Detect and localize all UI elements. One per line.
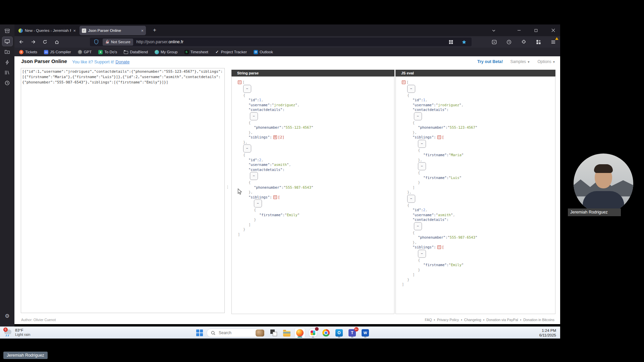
collapse-toggle-icon[interactable]: − [418, 162, 426, 170]
collapse-toggle-icon[interactable]: − [238, 80, 241, 84]
taskbar-explorer-icon[interactable] [281, 328, 292, 338]
bookmark-my-group[interactable]: My Group [155, 50, 178, 54]
collapse-toggle-icon[interactable]: − [407, 85, 415, 93]
collapse-toggle-icon[interactable]: − [250, 112, 258, 120]
security-chip[interactable]: Not Secure [103, 39, 133, 46]
collapse-toggle-icon[interactable]: − [414, 222, 422, 230]
close-icon[interactable]: × [73, 28, 76, 33]
reload-icon[interactable] [41, 38, 49, 46]
bookmark-tickets[interactable]: Tickets [19, 50, 37, 54]
footer-link-donation-via-paypal[interactable]: Donation via PayPal [486, 318, 518, 322]
bookmark-js-compiler[interactable]: JS Compiler [44, 50, 71, 54]
presenter-nametag: Jeremiah Rodriguez [3, 352, 48, 359]
close-icon[interactable] [549, 27, 557, 34]
taskbar-firefox-icon[interactable] [294, 328, 305, 338]
quick-actions-icon[interactable] [2, 58, 12, 67]
json-token: }, [407, 190, 412, 194]
collapse-toggle-icon[interactable]: − [250, 172, 258, 180]
bookmark-outlook[interactable]: Outlook [254, 50, 273, 54]
taskbar-slack-icon[interactable] [308, 328, 318, 338]
footer-link-changelog[interactable]: Changelog [464, 318, 481, 322]
extensions-icon[interactable] [520, 38, 527, 46]
search-highlight-image[interactable] [256, 329, 264, 337]
taskbar-chrome-icon[interactable] [321, 328, 331, 338]
projecttracker-favicon-icon [215, 50, 219, 54]
footer-link-privacy-policy[interactable]: Privacy Policy [437, 318, 459, 322]
taskbar-taskview-icon[interactable] [268, 328, 279, 338]
collapse-toggle-icon[interactable]: − [273, 195, 277, 199]
home-icon[interactable] [53, 38, 60, 46]
maximize-icon[interactable] [532, 27, 540, 34]
bookmark-datablend[interactable]: DataBlend [124, 50, 148, 54]
json-tree-line: "siblings":+[2] [232, 135, 394, 140]
shield-icon[interactable] [93, 38, 100, 46]
close-icon[interactable]: × [141, 28, 144, 33]
bookmark-to-do-s[interactable]: To Do's [98, 50, 117, 54]
archive-icon[interactable] [2, 26, 12, 36]
nav-buttons [18, 36, 60, 48]
collapse-toggle-icon[interactable]: − [254, 199, 262, 207]
string-parse-header: String parse [231, 70, 394, 76]
json-tree-line: } [396, 277, 555, 282]
json-tree-line: "firstname":"Emily" [232, 213, 394, 218]
footer-link-faq[interactable]: FAQ [425, 318, 432, 322]
pocket-icon[interactable] [490, 38, 498, 46]
search-input[interactable] [218, 330, 253, 336]
new-tab-button[interactable]: + [151, 26, 159, 34]
try-beta-link[interactable]: Try out Beta! [477, 59, 503, 64]
options-dropdown[interactable]: Options ▼ [537, 59, 555, 64]
taskbar-outlook-icon[interactable] [334, 328, 344, 338]
history-icon[interactable] [505, 38, 513, 46]
splitter-handle[interactable]: ⋮ [226, 185, 229, 189]
bookmark-label: DataBlend [130, 50, 148, 54]
start-button[interactable] [196, 329, 203, 336]
taskbar-clock[interactable]: 1:24 PM 6/11/2025 [539, 328, 556, 338]
history-icon[interactable] [2, 78, 12, 87]
taskbar: 6 83°F Light rain 9+ 1:24 PM 6/11/2025 [0, 326, 560, 339]
tab-queries[interactable]: New - Queries - Jeremiah Rodrig × [16, 26, 78, 35]
url-text: http://json.parser.online.fr [137, 40, 183, 44]
collapse-toggle-icon[interactable]: − [402, 80, 406, 84]
json-input-textarea[interactable]: [{"id":1,"username":"jrodriguez","contac… [21, 68, 225, 313]
json-token: "555-987-6543" [284, 185, 314, 189]
library-icon[interactable] [2, 68, 12, 77]
weather-widget[interactable]: 6 83°F Light rain [3, 328, 30, 337]
json-tree-line: "siblings":−[ [396, 135, 555, 140]
collapse-toggle-icon[interactable]: − [414, 112, 422, 120]
bookmark-gpt[interactable]: GPT [78, 50, 92, 54]
json-token: "contactdetails": [249, 168, 284, 172]
bookmark-project-tracker[interactable]: Project Tracker [215, 50, 247, 54]
grid-view-icon[interactable] [447, 38, 454, 46]
donate-link[interactable]: Donate [115, 59, 129, 64]
search-icon [211, 331, 215, 335]
extension-grid-icon[interactable] [535, 38, 542, 46]
json-tree-line: −[ [232, 80, 394, 85]
collapse-toggle-icon[interactable]: − [418, 250, 426, 258]
json-token: }, [418, 158, 422, 162]
expand-toggle-icon[interactable]: + [273, 135, 277, 139]
footer-link-donation-in-bitcoins[interactable]: Donation in Bitcoins [523, 318, 554, 322]
taskbar-teams-icon[interactable]: 9+ [347, 328, 358, 338]
collapse-toggle-icon[interactable]: − [243, 144, 251, 153]
taskbar-search[interactable] [207, 328, 266, 337]
collapse-toggle-icon[interactable]: − [418, 140, 426, 148]
forward-icon[interactable] [30, 38, 37, 46]
window-controls [490, 24, 557, 36]
screen-share-icon[interactable] [2, 37, 12, 46]
collapse-toggle-icon[interactable]: − [407, 195, 415, 203]
collapse-toggle-icon[interactable]: − [437, 135, 441, 139]
bookmark-star-icon[interactable] [460, 38, 468, 46]
taskbar-word-icon[interactable] [360, 328, 371, 338]
collapse-toggle-icon[interactable]: − [243, 85, 251, 93]
folder-plus-icon[interactable] [2, 47, 12, 56]
samples-dropdown[interactable]: Samples ▼ [510, 59, 530, 64]
menu-icon[interactable] [549, 38, 557, 46]
bookmark-timesheet[interactable]: Timesheet [184, 50, 208, 54]
minimize-icon[interactable] [515, 27, 523, 34]
tab-json-parser[interactable]: Json Parser Online × [79, 26, 146, 35]
back-icon[interactable] [18, 38, 25, 46]
collapse-toggle-icon[interactable]: − [437, 245, 441, 249]
settings-gear-icon[interactable]: ⚙ [0, 313, 14, 319]
url-bar[interactable]: Not Secure http://json.parser.online.fr [90, 38, 472, 46]
tab-list-icon[interactable] [490, 27, 497, 34]
